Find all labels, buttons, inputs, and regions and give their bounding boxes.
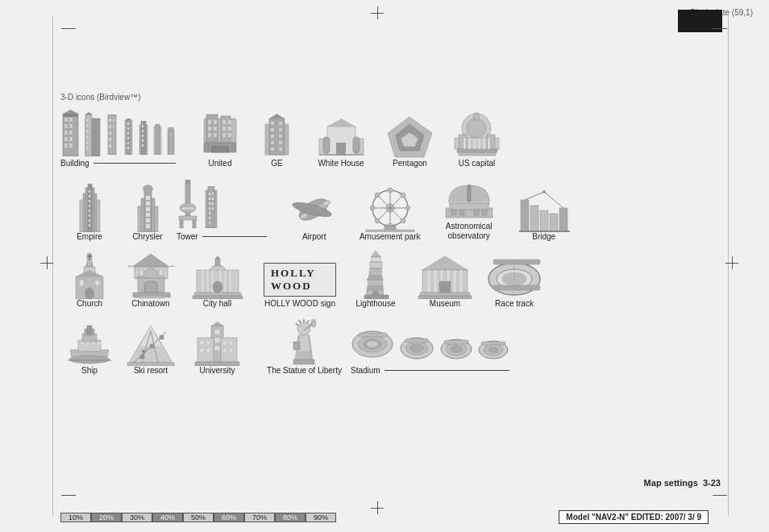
svg-marker-82 — [327, 118, 355, 127]
amusement-park-label: Amusement park — [360, 232, 421, 241]
tower-label-row: Tower — [177, 232, 267, 241]
stadium-separator — [384, 370, 509, 371]
svg-rect-16 — [86, 118, 89, 122]
cross-mark-top — [371, 6, 384, 19]
stadium-svg-4 — [477, 330, 509, 362]
icon-item-museum: Museum — [414, 252, 476, 308]
amusement-park-svg — [362, 185, 418, 232]
building-group: Building — [60, 108, 176, 168]
tower-icons — [177, 180, 267, 230]
icon-row-2: Empire Chrysler — [60, 177, 721, 241]
svg-rect-220 — [370, 262, 382, 268]
svg-rect-182 — [559, 208, 567, 232]
icon-item-statue-of-liberty: The Statue of Liberty — [266, 318, 343, 375]
svg-rect-116 — [89, 210, 90, 212]
svg-rect-72 — [271, 128, 274, 131]
svg-rect-24 — [109, 118, 111, 122]
pentagon-label: Pentagon — [393, 159, 427, 168]
svg-rect-11 — [69, 143, 73, 148]
icon-item-pentagon: Pentagon — [380, 114, 440, 168]
svg-rect-27 — [113, 125, 115, 128]
svg-rect-260 — [160, 335, 164, 339]
race-track-svg — [487, 255, 542, 299]
svg-rect-176 — [474, 210, 479, 215]
svg-marker-12 — [63, 110, 78, 114]
cross-mark-left — [40, 256, 53, 269]
svg-rect-60 — [222, 127, 226, 131]
icon-item-church: Church — [60, 252, 118, 308]
svg-rect-146 — [212, 207, 214, 210]
icon-item-stadium-main — [351, 320, 395, 364]
svg-rect-6 — [64, 131, 68, 135]
icon-item-united: United — [192, 112, 248, 168]
svg-rect-124 — [146, 196, 150, 200]
svg-rect-56 — [222, 120, 226, 124]
svg-rect-240 — [493, 285, 540, 290]
stadium-label: Stadium — [351, 366, 380, 375]
svg-rect-299 — [359, 333, 387, 337]
svg-rect-66 — [212, 147, 228, 152]
svg-rect-142 — [212, 197, 214, 200]
icon-item-empire: Empire — [60, 184, 118, 241]
corner-mark-bl — [61, 495, 76, 496]
icon-item-stadium-2 — [399, 326, 435, 364]
svg-marker-207 — [215, 256, 220, 259]
svg-rect-8 — [64, 137, 68, 141]
svg-rect-62 — [208, 133, 211, 137]
svg-rect-132 — [181, 206, 195, 210]
icon-item-tower2 — [202, 186, 220, 230]
svg-point-186 — [542, 190, 546, 193]
chrysler-label: Chrysler — [132, 232, 162, 241]
icon-item-university: University — [183, 322, 251, 375]
icon-item-lighthouse: Lighthouse — [344, 251, 407, 308]
empire-label: Empire — [77, 232, 102, 241]
chinatown-label: Chinatown — [131, 299, 169, 308]
ski-resort-label: Ski resort — [134, 366, 168, 375]
svg-rect-119 — [89, 224, 90, 227]
scale-seg-40: 40% — [152, 513, 183, 522]
svg-point-297 — [367, 341, 378, 347]
university-label: University — [200, 366, 235, 375]
svg-rect-271 — [214, 338, 220, 343]
svg-point-167 — [401, 193, 405, 197]
university-svg — [191, 322, 243, 366]
svg-rect-9 — [69, 137, 73, 141]
main-content: 3-D icons (Birdview™) — [60, 93, 721, 381]
scale-seg-90: 90% — [306, 513, 336, 522]
svg-rect-77 — [279, 141, 282, 144]
svg-rect-63 — [214, 133, 217, 137]
svg-rect-178 — [521, 200, 529, 232]
svg-marker-15 — [85, 112, 92, 114]
ge-label: GE — [271, 159, 282, 168]
svg-rect-275 — [222, 341, 227, 345]
svg-rect-126 — [146, 207, 150, 211]
svg-line-284 — [299, 320, 301, 323]
svg-rect-180 — [540, 210, 548, 232]
scale-seg-60: 60% — [214, 513, 244, 522]
svg-rect-112 — [89, 190, 90, 193]
icon-item-race-track: Race track — [483, 255, 546, 308]
svg-point-302 — [410, 344, 423, 352]
svg-rect-30 — [109, 144, 111, 148]
icon-item-amusement-park: Amusement park — [354, 185, 426, 241]
svg-rect-272 — [214, 346, 220, 351]
city-hall-svg — [190, 252, 245, 299]
svg-rect-233 — [459, 270, 463, 293]
svg-rect-20 — [86, 141, 89, 144]
corner-mark-br — [713, 495, 727, 496]
bridge-label: Bridge — [532, 232, 555, 241]
svg-rect-58 — [208, 127, 211, 131]
svg-rect-292 — [293, 342, 300, 350]
tower-separator — [202, 236, 267, 237]
svg-rect-104 — [473, 138, 476, 149]
svg-rect-247 — [87, 326, 92, 334]
icon-item-us-capital: US capital — [447, 112, 507, 168]
svg-rect-4 — [64, 124, 68, 128]
svg-point-163 — [370, 206, 375, 210]
icon-item-building5 — [138, 121, 149, 156]
svg-rect-10 — [64, 143, 68, 148]
svg-rect-76 — [271, 141, 274, 144]
map-settings-label: Map settings 3-23 — [644, 478, 721, 488]
svg-rect-65 — [228, 133, 231, 137]
lighthouse-svg — [358, 251, 394, 299]
